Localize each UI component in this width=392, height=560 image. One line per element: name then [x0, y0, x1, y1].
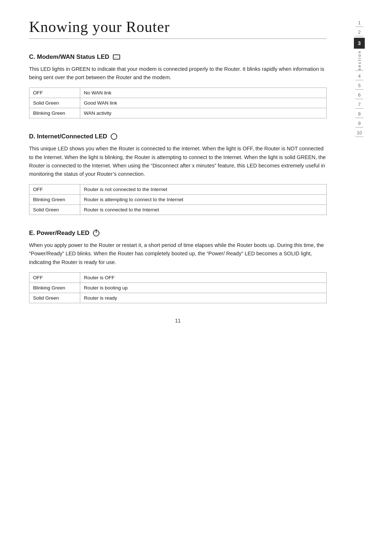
table-cell-description: Router is attempting to connect to the I…	[80, 195, 327, 205]
sidebar-num-5: 5	[358, 81, 360, 89]
sidebar-item-7: 7	[348, 100, 370, 109]
sidebar-item-5: 5	[348, 81, 370, 90]
table-row: Solid GreenRouter is ready	[29, 293, 327, 303]
section-c: C. Modem/WAN Status LED This LED lights …	[29, 53, 327, 118]
sidebar-num-2: 2	[358, 28, 360, 36]
table-cell-status: OFF	[29, 184, 80, 195]
section-d-body: This unique LED shows you when the Route…	[29, 145, 327, 178]
section-e: E. Power/Ready LED When you apply power …	[29, 230, 327, 303]
sidebar-num-6: 6	[358, 90, 360, 99]
section-d-heading-text: D. Internet/Connected LED	[29, 133, 107, 140]
sidebar-divider-10	[355, 137, 363, 137]
sidebar-item-4: 4	[348, 70, 370, 81]
sidebar-num-9: 9	[358, 119, 360, 127]
sidebar-num-1: 1	[358, 18, 360, 27]
sidebar-divider-2	[355, 36, 363, 36]
sidebar-item-1: 1	[348, 18, 370, 28]
sidebar-nav: 1 2 3 section 4 5	[348, 18, 370, 138]
section-d-heading: D. Internet/Connected LED	[29, 133, 327, 140]
page-title: Knowing your Router	[29, 18, 327, 36]
sidebar-num-7: 7	[358, 100, 360, 108]
section-c-body: This LED lights in GREEN to indicate tha…	[29, 65, 327, 82]
sidebar-item-8: 8	[348, 109, 370, 119]
section-e-heading-text: E. Power/Ready LED	[29, 230, 89, 237]
sidebar-divider-4	[355, 70, 363, 71]
sidebar-item-9: 9	[348, 119, 370, 128]
table-cell-description: Router is booting up	[80, 283, 327, 293]
sidebar-divider-1	[355, 27, 363, 27]
table-cell-description: Router is connected to the Internet	[80, 205, 327, 215]
table-cell-description: Router is ready	[80, 293, 327, 303]
table-cell-status: Blinking Green	[29, 283, 80, 293]
section-e-heading: E. Power/Ready LED	[29, 230, 327, 237]
sidebar-divider-5	[355, 89, 363, 90]
table-cell-description: Router is OFF	[80, 272, 327, 283]
table-cell-status: Blinking Green	[29, 108, 80, 118]
page-number: 11	[29, 318, 327, 324]
title-divider	[29, 38, 327, 39]
sidebar-divider-8	[355, 118, 363, 118]
table-row: Solid GreenGood WAN link	[29, 98, 327, 108]
table-row: OFFRouter is not connected to the Intern…	[29, 184, 327, 195]
section-label: section	[357, 50, 362, 70]
sidebar-item-2: 2	[348, 28, 370, 37]
table-row: OFFRouter is OFF	[29, 272, 327, 283]
table-cell-description: Router is not connected to the Internet	[80, 184, 327, 195]
globe-icon	[111, 133, 117, 140]
table-row: Blinking GreenRouter is booting up	[29, 283, 327, 293]
table-cell-status: Blinking Green	[29, 195, 80, 205]
sidebar-divider-9	[355, 127, 363, 127]
sidebar-num-3-active: 3	[354, 38, 365, 49]
table-row: Solid GreenRouter is connected to the In…	[29, 205, 327, 215]
sidebar-num-10: 10	[357, 128, 362, 137]
section-e-table: OFFRouter is OFFBlinking GreenRouter is …	[29, 272, 327, 303]
section-d: D. Internet/Connected LED This unique LE…	[29, 133, 327, 215]
sidebar-num-4: 4	[358, 72, 360, 80]
section-c-heading: C. Modem/WAN Status LED	[29, 53, 327, 61]
sidebar-item-3: 3 section	[348, 37, 370, 70]
section-e-body: When you apply power to the Router or re…	[29, 241, 327, 267]
sidebar-item-10: 10	[348, 128, 370, 138]
table-cell-status: Solid Green	[29, 205, 80, 215]
table-cell-status: OFF	[29, 88, 80, 98]
table-row: OFFNo WAN link	[29, 88, 327, 98]
table-cell-status: Solid Green	[29, 98, 80, 108]
table-cell-description: WAN activity	[80, 108, 327, 118]
table-row: Blinking GreenRouter is attempting to co…	[29, 195, 327, 205]
table-cell-description: No WAN link	[80, 88, 327, 98]
section-c-table: OFFNo WAN linkSolid GreenGood WAN linkBl…	[29, 88, 327, 118]
table-row: Blinking GreenWAN activity	[29, 108, 327, 118]
modem-icon	[113, 54, 120, 60]
sidebar: 1 2 3 section 4 5	[348, 0, 370, 560]
table-cell-status: OFF	[29, 272, 80, 283]
table-cell-status: Solid Green	[29, 293, 80, 303]
sidebar-item-6: 6	[348, 90, 370, 100]
section-d-table: OFFRouter is not connected to the Intern…	[29, 184, 327, 215]
section-c-heading-text: C. Modem/WAN Status LED	[29, 53, 109, 61]
sidebar-divider-6	[355, 99, 363, 99]
sidebar-divider-7	[355, 108, 363, 109]
sidebar-num-8: 8	[358, 109, 360, 118]
table-cell-description: Good WAN link	[80, 98, 327, 108]
power-icon	[93, 230, 99, 236]
sidebar-divider-4b	[355, 80, 363, 80]
